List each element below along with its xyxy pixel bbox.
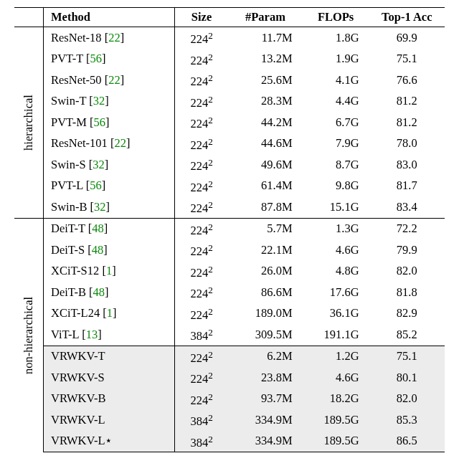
method-name: Swin-S <box>51 158 89 171</box>
cell-acc: 69.9 <box>369 27 445 49</box>
cell-acc: 83.0 <box>369 154 445 176</box>
table-row: Swin-S [32] 2242 49.6M 8.7G 83.0 <box>14 154 445 176</box>
cell-flops: 191.1G <box>303 324 369 346</box>
size-exp: 2 <box>208 242 213 253</box>
citation-link[interactable]: 22 <box>108 73 120 87</box>
cell-flops: 4.8G <box>303 261 369 282</box>
size-base: 224 <box>190 372 208 386</box>
cell-param: 334.9M <box>228 409 302 431</box>
group-non-hierarchical: non-hierarchical <box>14 218 44 452</box>
size-exp: 2 <box>208 72 213 83</box>
cell-flops: 18.2G <box>303 389 369 410</box>
size-exp: 2 <box>208 30 213 41</box>
cell-param: 22.1M <box>228 239 302 261</box>
cell-param: 44.6M <box>228 133 302 155</box>
size-exp: 2 <box>208 264 213 275</box>
cell-acc: 81.7 <box>369 176 445 197</box>
cell-param: 25.6M <box>228 70 302 91</box>
cell-flops: 1.9G <box>303 49 369 70</box>
results-table: Method Size #Param FLOPs Top-1 Acc hiera… <box>14 7 445 452</box>
size-exp: 2 <box>208 199 213 210</box>
method-name: VRWKV-B <box>44 389 175 410</box>
citation-link[interactable]: 48 <box>92 222 104 235</box>
cell-param: 61.4M <box>228 176 302 197</box>
cell-param: 13.2M <box>228 49 302 70</box>
size-base: 224 <box>190 223 208 237</box>
col-size: Size <box>174 8 228 27</box>
citation-link[interactable]: 32 <box>94 200 106 214</box>
citation-link[interactable]: 13 <box>86 328 98 341</box>
method-name: Swin-B <box>51 200 90 214</box>
cell-flops: 17.6G <box>303 282 369 303</box>
citation-link[interactable]: 56 <box>93 115 105 129</box>
citation-link[interactable]: 48 <box>92 243 104 257</box>
size-exp: 2 <box>208 434 213 444</box>
method-name: ResNet-18 <box>51 31 105 44</box>
size-exp: 2 <box>208 349 213 360</box>
cell-acc: 86.5 <box>369 431 445 452</box>
table-row: PVT-L [56] 2242 61.4M 9.8G 81.7 <box>14 176 445 197</box>
size-base: 224 <box>190 244 208 258</box>
method-name: XCiT-L24 <box>51 306 103 320</box>
citation-link[interactable]: 56 <box>90 178 102 192</box>
method-name: VRWKV-L <box>44 409 175 431</box>
citation-link[interactable]: 32 <box>93 94 105 108</box>
size-base: 384 <box>190 435 208 449</box>
cell-param: 309.5M <box>228 324 302 346</box>
size-base: 224 <box>190 180 208 194</box>
cell-param: 11.7M <box>228 27 302 49</box>
cell-param: 87.8M <box>228 196 302 218</box>
table-row: DeiT-B [48] 2242 86.6M 17.6G 81.8 <box>14 282 445 303</box>
method-name: ViT-L <box>51 328 82 341</box>
method-name: XCiT-S12 <box>51 264 102 277</box>
table-row: non-hierarchical DeiT-T [48] 2242 5.7M 1… <box>14 218 445 239</box>
citation-link[interactable]: 1 <box>107 306 113 320</box>
col-method: Method <box>44 8 175 27</box>
cell-param: 5.7M <box>228 218 302 239</box>
size-base: 384 <box>190 414 208 428</box>
cell-flops: 36.1G <box>303 303 369 325</box>
size-base: 224 <box>190 75 208 88</box>
cell-flops: 1.2G <box>303 346 369 367</box>
table-row: XCiT-L24 [1] 2242 189.0M 36.1G 82.9 <box>14 303 445 325</box>
method-name: DeiT-T <box>51 222 88 235</box>
citation-link[interactable]: 1 <box>106 264 112 277</box>
cell-flops: 1.8G <box>303 27 369 49</box>
cell-acc: 82.0 <box>369 389 445 410</box>
size-exp: 2 <box>208 178 213 189</box>
citation-link[interactable]: 56 <box>90 52 103 65</box>
table-row: VRWKV-L⋆ 3842 334.9M 189.5G 86.5 <box>14 431 445 452</box>
size-exp: 2 <box>208 222 213 232</box>
citation-link[interactable]: 48 <box>93 285 105 299</box>
cell-flops: 4.4G <box>303 91 369 113</box>
cell-param: 26.0M <box>228 261 302 282</box>
citation-link[interactable]: 22 <box>114 136 126 150</box>
cell-param: 86.6M <box>228 282 302 303</box>
method-name: PVT-L <box>51 178 86 192</box>
cell-flops: 15.1G <box>303 196 369 218</box>
cell-acc: 78.0 <box>369 133 445 155</box>
cell-param: 6.2M <box>228 346 302 367</box>
size-exp: 2 <box>208 52 213 62</box>
size-exp: 2 <box>208 157 213 168</box>
size-exp: 2 <box>208 412 213 423</box>
citation-link[interactable]: 22 <box>108 31 120 44</box>
table-row: hierarchical ResNet-18 [22] 2242 11.7M 1… <box>14 27 445 49</box>
size-base: 224 <box>190 351 208 364</box>
cell-acc: 82.9 <box>369 303 445 325</box>
size-base: 224 <box>190 95 208 109</box>
col-acc: Top-1 Acc <box>369 8 445 27</box>
size-exp: 2 <box>208 285 213 295</box>
size-base: 224 <box>190 393 208 406</box>
cell-acc: 85.3 <box>369 409 445 431</box>
group-label: hierarchical <box>22 95 36 151</box>
table-row: Swin-T [32] 2242 28.3M 4.4G 81.2 <box>14 91 445 113</box>
citation-link[interactable]: 32 <box>93 158 105 171</box>
table-row: VRWKV-B 2242 93.7M 18.2G 82.0 <box>14 389 445 410</box>
size-exp: 2 <box>208 391 213 402</box>
cell-flops: 189.5G <box>303 431 369 452</box>
cell-acc: 83.4 <box>369 196 445 218</box>
cell-acc: 75.1 <box>369 346 445 367</box>
cell-acc: 72.2 <box>369 218 445 239</box>
size-base: 224 <box>190 32 208 46</box>
